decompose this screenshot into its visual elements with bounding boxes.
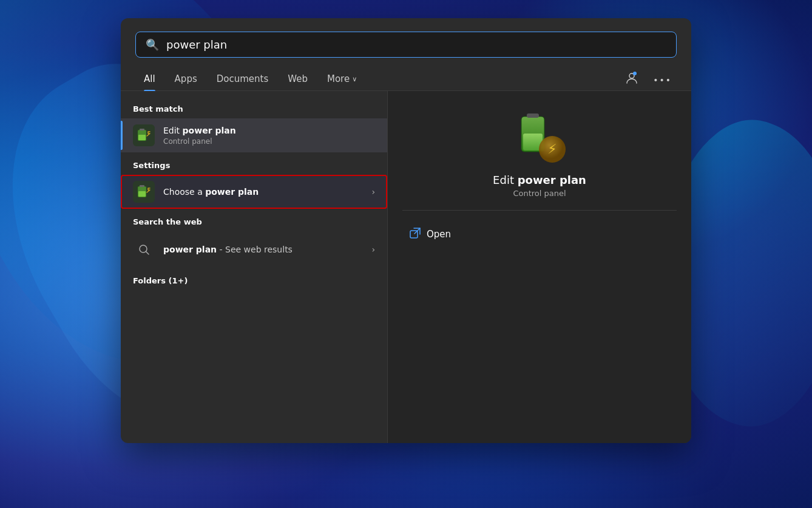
tab-more-label: More xyxy=(327,73,350,84)
open-button[interactable]: Open xyxy=(402,223,677,246)
content-area: Best match Edit power plan xyxy=(121,91,691,443)
detail-title: Edit power plan xyxy=(493,174,586,186)
tabs-row: All Apps Documents Web More ∨ ••• xyxy=(121,67,691,91)
choose-power-plan-item[interactable]: Choose a power plan › xyxy=(121,175,387,209)
settings-label: Settings xyxy=(121,157,387,175)
svg-point-1 xyxy=(633,72,637,75)
choose-plan-icon-svg xyxy=(136,184,152,200)
web-search-label: Search the web xyxy=(121,214,387,231)
best-match-subtitle: Control panel xyxy=(163,137,375,146)
choose-power-plan-icon xyxy=(133,181,155,203)
tab-web[interactable]: Web xyxy=(279,67,316,90)
ellipsis-button[interactable]: ••• xyxy=(648,69,677,89)
best-match-text: Edit power plan Control panel xyxy=(163,125,375,146)
tab-more[interactable]: More ∨ xyxy=(319,67,365,90)
ellipsis-icon: ••• xyxy=(653,75,672,85)
svg-rect-11 xyxy=(527,113,539,118)
open-external-icon xyxy=(410,228,421,241)
detail-power-plan-icon: ⚡ xyxy=(512,109,567,164)
web-search-icon xyxy=(133,239,155,260)
svg-rect-7 xyxy=(138,191,146,197)
choose-power-plan-text: Choose a power plan xyxy=(163,186,363,197)
chevron-down-icon: ∨ xyxy=(352,75,357,83)
detail-icon-large: ⚡ xyxy=(512,109,567,164)
power-plan-icon-svg xyxy=(136,127,152,143)
tab-icons: ••• xyxy=(620,67,677,90)
best-match-title: Edit power plan xyxy=(163,125,375,136)
svg-line-9 xyxy=(146,252,149,255)
search-input[interactable]: power plan xyxy=(166,38,666,51)
folders-label: Folders (1+) xyxy=(121,273,387,290)
profile-icon-button[interactable] xyxy=(620,67,643,90)
web-search-text: power plan - See web results xyxy=(163,245,363,254)
svg-text:⚡: ⚡ xyxy=(547,141,557,157)
edit-power-plan-icon xyxy=(133,124,155,146)
choose-power-plan-title: Choose a power plan xyxy=(163,186,363,197)
svg-rect-4 xyxy=(138,135,146,140)
detail-divider xyxy=(402,210,677,211)
detail-subtitle: Control panel xyxy=(513,189,566,198)
web-search-chevron-icon: › xyxy=(371,245,375,254)
web-search-item[interactable]: power plan - See web results › xyxy=(121,231,387,268)
search-icon: 🔍 xyxy=(146,38,159,51)
open-label: Open xyxy=(427,229,451,240)
tab-documents[interactable]: Documents xyxy=(208,67,277,90)
svg-rect-3 xyxy=(140,129,144,130)
results-panel: Best match Edit power plan xyxy=(121,91,388,443)
search-panel: 🔍 power plan All Apps Documents Web More… xyxy=(121,18,691,443)
tab-all[interactable]: All xyxy=(135,67,164,90)
profile-icon xyxy=(625,71,638,84)
tab-apps[interactable]: Apps xyxy=(166,67,206,90)
best-match-item[interactable]: Edit power plan Control panel xyxy=(121,118,387,152)
detail-panel: ⚡ xyxy=(388,91,691,443)
svg-rect-6 xyxy=(140,185,144,187)
search-input-container[interactable]: 🔍 power plan xyxy=(135,32,677,58)
best-match-label: Best match xyxy=(121,101,387,118)
search-box-wrapper: 🔍 power plan xyxy=(121,18,691,67)
chevron-right-icon: › xyxy=(371,187,375,197)
